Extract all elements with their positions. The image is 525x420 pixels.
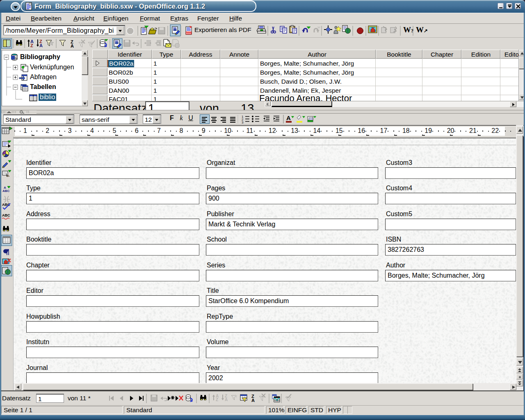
- svg-text:Z: Z: [30, 43, 33, 48]
- svg-text:ABC: ABC: [2, 189, 10, 193]
- svg-text:A: A: [71, 43, 74, 48]
- svg-text:A: A: [286, 114, 291, 121]
- svg-text:A: A: [39, 43, 43, 48]
- svg-text:Z: Z: [216, 397, 218, 402]
- svg-text:A: A: [251, 398, 255, 403]
- svg-text:A: A: [225, 397, 228, 402]
- svg-text:ABC: ABC: [2, 213, 10, 217]
- svg-text:3: 3: [242, 121, 244, 124]
